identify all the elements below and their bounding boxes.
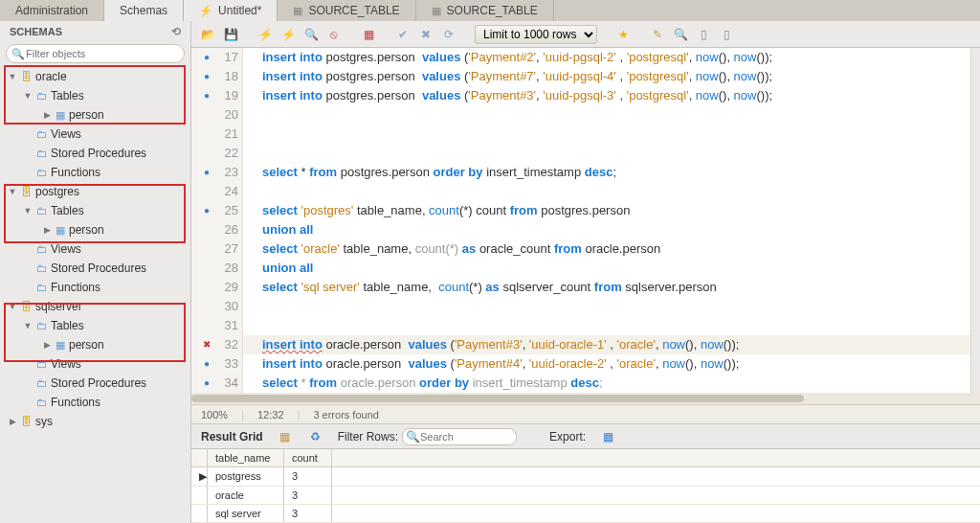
file-tab-label: Untitled* [218,4,261,17]
tree-schema[interactable]: ▶🗄sys [4,412,190,431]
tab-administration[interactable]: Administration [0,0,104,21]
tree-folder[interactable]: ▼🗀Tables [4,86,190,105]
code-line[interactable] [243,105,262,125]
code-line[interactable]: insert into oracle.person values ('Payme… [243,354,739,374]
tree-folder[interactable]: ▼🗀Tables [4,316,190,335]
tree-folder[interactable]: 🗀Functions [4,163,190,182]
commit-icon[interactable]: ▦ [360,26,377,43]
file-tab[interactable]: ⚡Untitled* [184,0,278,21]
disclosure-arrow-icon[interactable]: ▼ [8,302,17,311]
tree-folder[interactable]: 🗀Stored Procedures [4,259,190,278]
disclosure-arrow-icon[interactable]: ▶ [42,225,52,235]
breakpoint-icon[interactable]: ● [200,354,213,374]
file-tab[interactable]: ▦SOURCE_TABLE [416,0,554,21]
code-line[interactable]: select * from oracle.person order by ins… [243,374,603,393]
code-line[interactable]: insert into oracle.person values ('Payme… [243,335,739,354]
code-line[interactable]: insert into postgres.person values ('Pay… [243,67,772,86]
tree-folder[interactable]: 🗀Functions [4,393,190,412]
tree-folder[interactable]: 🗀Views [4,354,190,374]
breakpoint-icon[interactable]: ● [200,67,213,86]
disclosure-arrow-icon[interactable]: ▶ [42,110,52,120]
tab-schemas[interactable]: Schemas [104,0,184,21]
table-row[interactable]: oracle3 [191,487,980,505]
col-header-count[interactable]: count [284,449,332,466]
table-row[interactable]: ▶postgress3 [191,467,980,487]
sidebar-collapse-icon[interactable]: ⟲ [171,25,181,38]
table-row[interactable]: sql server3 [191,505,980,523]
col-header-table-name[interactable]: table_name [208,449,284,466]
code-line[interactable]: union all [243,220,313,239]
tree-folder[interactable]: ▼🗀Tables [4,201,190,220]
code-line[interactable]: select 'postgres' table_name, count(*) c… [243,201,630,220]
table-icon: ▦ [432,5,441,17]
code-line[interactable] [243,125,262,144]
sql-editor[interactable]: ●17insert into postgres.person values ('… [191,48,970,393]
save-icon[interactable]: 💾 [222,26,239,43]
beautify-icon[interactable]: ✎ [649,26,666,43]
disclosure-arrow-icon[interactable]: ▶ [42,340,52,350]
folder-icon: 🗀 [36,377,47,389]
disclosure-arrow-icon[interactable]: ▼ [8,72,17,81]
breakpoint-icon[interactable]: ● [200,374,213,393]
table-icon: ▦ [293,5,302,17]
editor-hscroll[interactable] [191,393,980,404]
tree-label: oracle [35,70,67,83]
toggle-panel1-icon[interactable]: ▯ [695,26,712,43]
tree-folder[interactable]: 🗀Stored Procedures [4,374,190,393]
file-tab[interactable]: ▦SOURCE_TABLE [278,0,415,21]
refresh-icon[interactable]: ⟳ [440,26,457,43]
code-line[interactable]: select * from postgres.person order by i… [243,163,616,182]
code-line[interactable]: insert into postgres.person values ('Pay… [243,48,772,67]
execute-step-icon[interactable]: ⚡ [279,26,297,43]
find-icon[interactable]: 🔍 [672,26,689,43]
disclosure-arrow-icon[interactable]: ▼ [23,321,33,330]
autocommit-on-icon[interactable]: ✔ [394,26,412,43]
explain-icon[interactable]: 🔍 [302,26,320,43]
result-refresh-icon[interactable]: ♻ [307,428,324,445]
disclosure-arrow-icon[interactable]: ▼ [23,206,33,216]
disclosure-arrow-icon[interactable]: ▼ [23,91,33,101]
code-line[interactable] [243,297,262,316]
code-line[interactable]: select 'oracle' table_name, count(*) as … [243,239,660,259]
tree-schema[interactable]: ▼🗄sqlserver [4,297,190,316]
autocommit-off-icon[interactable]: ✖ [417,26,434,43]
row-selector[interactable] [191,505,208,522]
open-file-icon[interactable]: 📂 [199,26,216,43]
tree-table[interactable]: ▶▦person [4,220,190,239]
result-grid-icon[interactable]: ▦ [277,428,294,445]
tree-folder[interactable]: 🗀Views [4,125,190,144]
row-limit-select[interactable]: Limit to 1000 rows [475,25,597,44]
tree-folder[interactable]: 🗀Stored Procedures [4,144,190,163]
code-line[interactable] [243,316,262,335]
execute-icon[interactable]: ⚡ [256,26,274,43]
tree-table[interactable]: ▶▦person [4,105,190,125]
sidebar: SCHEMAS ⟲ 🔍 ▼🗄oracle▼🗀Tables▶▦person🗀Vie… [0,21,191,523]
code-line[interactable] [243,144,262,163]
toggle-panel2-icon[interactable]: ▯ [718,26,735,43]
row-selector[interactable]: ▶ [191,467,208,486]
tree-table[interactable]: ▶▦person [4,335,190,354]
tree-folder[interactable]: 🗀Functions [4,278,190,297]
tree-schema[interactable]: ▼🗄oracle [4,67,190,86]
filter-rows-label: Filter Rows: [338,430,398,443]
breakpoint-icon[interactable]: ● [200,201,213,220]
breakpoint-icon[interactable]: ● [200,163,213,182]
code-line[interactable] [243,182,262,201]
breakpoint-icon[interactable]: ✖ [200,335,213,354]
disclosure-arrow-icon[interactable]: ▼ [8,187,17,196]
tree-folder[interactable]: 🗀Views [4,239,190,259]
stop-icon[interactable]: ⦸ [325,26,343,43]
code-line[interactable]: union all [243,259,313,278]
code-line[interactable]: insert into postgres.person values ('Pay… [243,86,772,105]
editor-scrollbar[interactable] [970,48,980,393]
row-selector[interactable] [191,487,208,504]
breakpoint-icon[interactable]: ● [200,48,213,67]
breakpoint-icon[interactable]: ● [200,86,213,105]
favorite-icon[interactable]: ★ [614,26,632,43]
db-icon: 🗄 [21,416,32,427]
disclosure-arrow-icon[interactable]: ▶ [8,417,17,426]
export-icon[interactable]: ▦ [599,428,616,445]
code-line[interactable]: select 'sql server' table_name, count(*)… [243,278,717,297]
tree-schema[interactable]: ▼🗄postgres [4,182,190,201]
schema-filter-input[interactable] [6,44,185,63]
